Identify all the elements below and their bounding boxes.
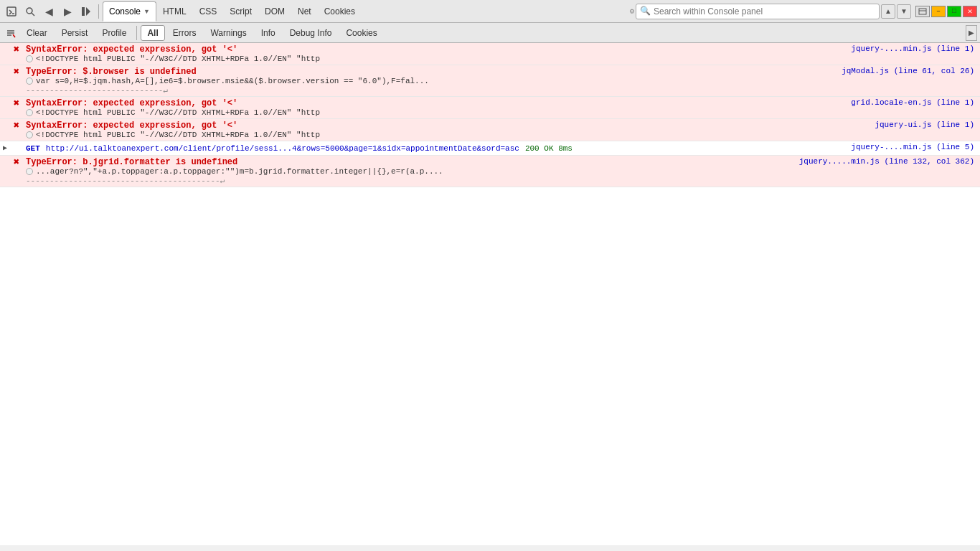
tab-cookies-label: Cookies — [324, 6, 355, 17]
row-icon: ✖ — [10, 65, 23, 96]
minimize-btn[interactable]: – — [931, 6, 946, 17]
top-toolbar: ◀ ▶ Console ▼ HTML CSS Script DOM Net Co… — [0, 0, 980, 23]
tab-html[interactable]: HTML — [156, 1, 193, 22]
row-file-link[interactable]: jquery-....min.js (line 1) — [848, 43, 980, 55]
profile-label: Profile — [102, 28, 126, 38]
get-status: 200 OK 8ms — [525, 144, 573, 153]
error-sub-code: <!DOCTYPE html PUBLIC "-//W3C//DTD XHTML… — [36, 131, 320, 139]
filter-clear-btn[interactable]: Clear — [20, 25, 54, 41]
console-row: ✖ SyntaxError: expected expression, got … — [0, 119, 980, 141]
cookies-label: Cookies — [346, 28, 377, 38]
filter-errors-btn[interactable]: Errors — [166, 25, 203, 41]
error-sub-code: <!DOCTYPE html PUBLIC "-//W3C//DTD XHTML… — [36, 108, 320, 117]
search-next-btn[interactable]: ▼ — [897, 4, 911, 19]
console-content[interactable]: ✖ SyntaxError: expected expression, got … — [0, 43, 980, 545]
row-icon: ✖ — [10, 119, 23, 141]
clear-log-icon-btn[interactable] — [3, 25, 19, 41]
filter-separator — [136, 26, 137, 40]
plus-icon: ▶ — [3, 143, 7, 152]
debug-label: Debug Info — [290, 28, 332, 38]
svg-marker-5 — [86, 7, 90, 16]
tab-cookies[interactable]: Cookies — [318, 1, 362, 22]
bullet-icon — [26, 109, 33, 116]
expand-btn[interactable] — [0, 43, 10, 65]
clear-log-icon — [6, 28, 16, 38]
console-row: ✖ TypeError: $.browser is undefined var … — [0, 65, 980, 97]
bullet-icon — [26, 168, 33, 175]
expand-btn[interactable] — [0, 119, 10, 141]
bullet-icon — [26, 55, 33, 62]
devtools-icon-btn[interactable] — [3, 3, 20, 20]
error-icon: ✖ — [14, 44, 19, 55]
row-icon: ✖ — [10, 156, 23, 187]
error-dashes: -----------------------------↵ — [26, 85, 836, 95]
row-icon — [10, 141, 23, 155]
scroll-right-btn[interactable]: ▶ — [966, 25, 977, 41]
row-file-link[interactable]: jquery-ui.js (line 1) — [872, 119, 980, 131]
maximize-btn[interactable]: □ — [947, 6, 961, 17]
get-method: GET — [26, 144, 40, 153]
expand-btn[interactable] — [0, 65, 10, 96]
row-content: SyntaxError: expected expression, got '<… — [23, 43, 848, 65]
error-icon: ✖ — [14, 67, 19, 77]
search-options-btn[interactable]: ⚙ — [629, 6, 634, 16]
error-sub-line1: var s=0,H=$.jqm.hash,A=[],ie6=$.browser.… — [36, 77, 429, 85]
filter-profile-btn[interactable]: Profile — [95, 25, 133, 41]
tab-dom[interactable]: DOM — [258, 1, 291, 22]
get-url[interactable]: http://ui.talktoanexpert.com/client/prof… — [46, 144, 519, 153]
row-file-link[interactable]: jquery-....min.js (line 5) — [848, 141, 980, 153]
console-row: ✖ SyntaxError: expected expression, got … — [0, 43, 980, 65]
svg-line-3 — [32, 13, 34, 16]
tab-net[interactable]: Net — [291, 1, 318, 22]
error-sub-code: <!DOCTYPE html PUBLIC "-//W3C//DTD XHTML… — [36, 55, 320, 63]
row-content: SyntaxError: expected expression, got '<… — [23, 97, 848, 118]
error-main-text: SyntaxError: expected expression, got '<… — [26, 121, 869, 131]
row-file-link[interactable]: jquery.....min.js (line 132, col 362) — [796, 156, 980, 167]
error-icon: ✖ — [14, 157, 19, 167]
persist-label: Persist — [62, 28, 88, 38]
svg-rect-4 — [82, 7, 85, 16]
devtools-icon — [6, 6, 17, 17]
back-btn[interactable]: ◀ — [40, 3, 57, 20]
tab-dom-label: DOM — [265, 6, 285, 17]
row-file-link[interactable]: jqModal.js (line 61, col 26) — [839, 65, 980, 77]
error-icon: ✖ — [14, 98, 19, 108]
filter-debug-btn[interactable]: Debug Info — [283, 25, 339, 41]
row-content: TypeError: b.jgrid.formatter is undefine… — [23, 156, 796, 187]
svg-point-2 — [27, 8, 32, 14]
search-area: ⚙ 🔍 ▲ ▼ – □ ✕ — [629, 4, 977, 19]
filter-info-btn[interactable]: Info — [255, 25, 282, 41]
search-box: 🔍 — [636, 4, 880, 19]
expand-btn[interactable] — [0, 97, 10, 118]
clear-label: Clear — [27, 28, 47, 38]
row-file-link[interactable]: grid.locale-en.js (line 1) — [848, 97, 980, 108]
tab-script[interactable]: Script — [223, 1, 258, 22]
filter-persist-btn[interactable]: Persist — [55, 25, 95, 41]
tab-console[interactable]: Console ▼ — [103, 1, 156, 22]
step-btn[interactable] — [77, 3, 95, 20]
forward-btn[interactable]: ▶ — [59, 3, 76, 20]
all-label: All — [147, 28, 158, 38]
expand-btn[interactable]: ▶ — [0, 141, 10, 155]
filter-buttons: Clear Persist Profile All Errors Warning… — [20, 25, 384, 41]
filter-cookies-btn[interactable]: Cookies — [339, 25, 383, 41]
console-row-get: ▶ GET http://ui.talktoanexpert.com/clien… — [0, 141, 980, 156]
warnings-label: Warnings — [210, 28, 246, 38]
inspect-icon-btn[interactable] — [22, 3, 39, 20]
error-main-text: SyntaxError: expected expression, got '<… — [26, 44, 845, 55]
filter-all-btn[interactable]: All — [141, 25, 164, 41]
close-btn[interactable]: ✕ — [963, 6, 977, 17]
error-main-text: TypeError: b.jgrid.formatter is undefine… — [26, 157, 793, 167]
tab-html-label: HTML — [163, 6, 187, 17]
tab-script-label: Script — [230, 6, 252, 17]
error-icon: ✖ — [14, 121, 19, 131]
search-prev-btn[interactable]: ▲ — [881, 4, 895, 19]
expand-btn[interactable] — [0, 156, 10, 187]
row-content: SyntaxError: expected expression, got '<… — [23, 119, 872, 141]
console-dropdown-arrow: ▼ — [143, 8, 150, 15]
tab-css[interactable]: CSS — [193, 1, 224, 22]
search-input[interactable] — [654, 6, 875, 17]
svg-line-11 — [13, 34, 15, 37]
dock-btn[interactable] — [915, 6, 930, 17]
filter-warnings-btn[interactable]: Warnings — [204, 25, 253, 41]
